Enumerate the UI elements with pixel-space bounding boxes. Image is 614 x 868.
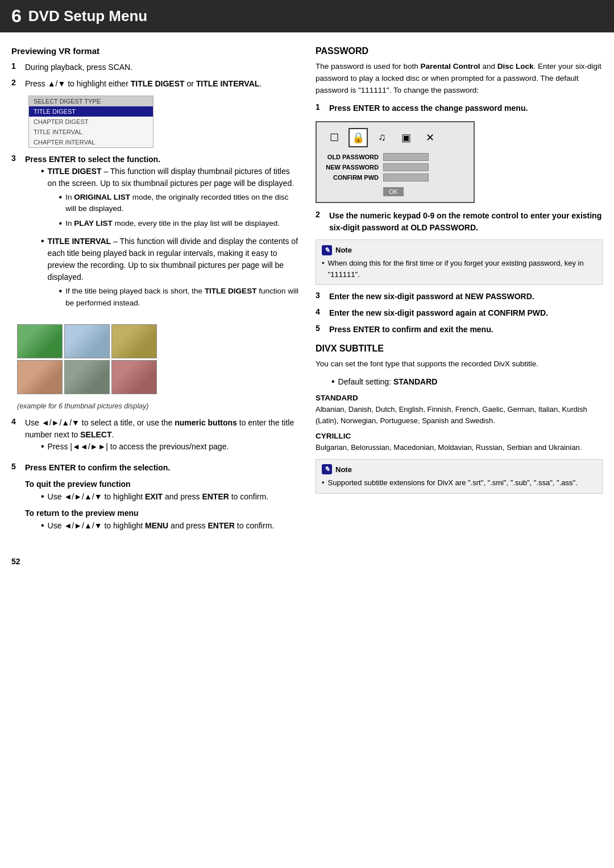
divx-note-header: ✎ Note — [322, 464, 596, 476]
thumbnail-caption: (example for 6 thumbnail pictures displa… — [17, 402, 298, 410]
bullet-icon-4: • — [41, 441, 44, 453]
pwd-note-header: ✎ Note — [322, 245, 596, 256]
chapter-header: 6 DVD Setup Menu — [0, 0, 614, 32]
confirm-pwd-label: CONFIRM PWD — [325, 174, 379, 181]
right-column: PASSWORD The password is used for both P… — [316, 46, 603, 541]
bullet-title-digest-text: TITLE DIGEST – This function will displa… — [48, 166, 298, 232]
divx-default: • Default setting: STANDARD — [331, 376, 603, 388]
new-password-box — [383, 163, 429, 171]
step-4: 4 Use ◄/►/▲/▼ to select a title, or use … — [11, 417, 298, 457]
pwd-icon-music: ♫ — [372, 128, 392, 147]
menu-item-chapter-digest: CHAPTER DIGEST — [29, 117, 153, 127]
step-5-num: 5 — [11, 462, 20, 536]
old-password-row: OLD PASSWORD — [325, 153, 466, 161]
pwd-step-1: 1 Press ENTER to access the change passw… — [316, 102, 603, 114]
step-2: 2 Press ▲/▼ to highlight either TITLE DI… — [11, 78, 298, 90]
step-3-num: 3 — [11, 154, 20, 316]
pwd-note-text: When doing this for the first time or if… — [328, 258, 596, 280]
bullet-title-interval: • TITLE INTERVAL – This function will di… — [41, 235, 298, 312]
step-5-content: Press ENTER to confirm the selection. To… — [25, 462, 274, 536]
step-1-num: 1 — [11, 61, 20, 73]
thumbnail-grid — [17, 324, 159, 394]
return-bullet-1-text: Use ◄/►/▲/▼ to highlight MENU and press … — [48, 520, 275, 532]
quit-bullet-1-text: Use ◄/►/▲/▼ to highlight EXIT and press … — [48, 491, 268, 503]
page-number: 52 — [0, 557, 614, 575]
step-1: 1 During playback, press SCAN. — [11, 61, 298, 73]
pwd-step-1-text: Press ENTER to access the change passwor… — [329, 102, 528, 114]
page-wrapper: 6 DVD Setup Menu Previewing VR format 1 … — [0, 0, 614, 868]
pwd-step-3: 3 Enter the new six-digit password at NE… — [316, 291, 603, 303]
step-4-text: Use ◄/►/▲/▼ to select a title, or use th… — [25, 418, 294, 439]
divx-note-title: Note — [335, 464, 352, 476]
sub-bullet-icon-2: • — [59, 218, 63, 230]
divx-body: You can set the font type that supports … — [316, 358, 603, 370]
pwd-step-3-num: 3 — [316, 291, 325, 303]
thumbnail-4 — [17, 360, 63, 394]
step-4-bullet-1-text: Press |◄◄/►►| to access the previous/nex… — [48, 441, 229, 453]
sub-bullet-icon: • — [59, 192, 63, 215]
pwd-step-5-num: 5 — [316, 324, 325, 336]
password-ui-box: ☐ 🔒 ♫ ▣ ✕ OLD PASSWORD NEW PASSWORD — [316, 121, 475, 203]
step-5-sub-sections: To quit the preview function • Use ◄/►/▲… — [25, 480, 274, 532]
bullet-icon-5: • — [41, 491, 44, 503]
pwd-ui-icons: ☐ 🔒 ♫ ▣ ✕ — [325, 128, 466, 147]
pwd-step-3-text: Enter the new six-digit password at NEW … — [329, 291, 534, 303]
chapter-title: DVD Setup Menu — [28, 7, 147, 25]
ok-button[interactable]: OK — [383, 187, 404, 196]
sub-bullet-short-title: • If the title being played back is shor… — [59, 286, 298, 309]
digest-menu-box: SELECT DIGEST TYPE TITLE DIGEST CHAPTER … — [28, 96, 154, 148]
divx-section: DIVX SUBTITLE You can set the font type … — [316, 344, 603, 493]
pwd-note-bullet: • When doing this for the first time or … — [322, 258, 596, 280]
standard-body: Albanian, Danish, Dutch, English, Finnis… — [316, 404, 603, 426]
divx-note-bullet-icon: • — [322, 477, 325, 489]
step-3-content: Press ENTER to select the function. • TI… — [25, 154, 298, 316]
sub-bullet-original-list-text: In ORIGINAL LIST mode, the originally re… — [65, 192, 298, 215]
pwd-step-2-text: Use the numeric keypad 0-9 on the remote… — [329, 210, 603, 234]
step-5: 5 Press ENTER to confirm the selection. … — [11, 462, 298, 536]
pwd-note-box: ✎ Note • When doing this for the first t… — [316, 239, 603, 286]
bullet-icon-6: • — [41, 520, 44, 532]
pwd-icon-lock: 🔒 — [349, 128, 368, 147]
divx-default-text: Default setting: STANDARD — [338, 376, 438, 388]
pwd-step-5: 5 Press ENTER to confirm and exit the me… — [316, 324, 603, 336]
sub-bullets-interval: • If the title being played back is shor… — [59, 286, 298, 309]
note-icon: ✎ — [322, 245, 332, 255]
confirm-pwd-row: CONFIRM PWD — [325, 173, 466, 181]
divx-note-box: ✎ Note • Supported subtitle extensions f… — [316, 459, 603, 494]
menu-header: SELECT DIGEST TYPE — [29, 96, 153, 106]
pwd-step-2: 2 Use the numeric keypad 0-9 on the remo… — [316, 210, 603, 234]
old-password-box — [383, 153, 429, 161]
divx-heading: DIVX SUBTITLE — [316, 344, 603, 354]
step-3: 3 Press ENTER to select the function. • … — [11, 154, 298, 316]
menu-item-title-interval: TITLE INTERVAL — [29, 127, 153, 137]
password-body: The password is used for both Parental C… — [316, 61, 603, 97]
confirm-pwd-box — [383, 173, 429, 181]
pwd-step-1-num: 1 — [316, 102, 325, 114]
password-heading: PASSWORD — [316, 46, 603, 56]
sub-bullets-digest: • In ORIGINAL LIST mode, the originally … — [59, 192, 298, 229]
sub-bullet-play-list: • In PLAY LIST mode, every title in the … — [59, 218, 298, 230]
step-4-bullet-1: • Press |◄◄/►►| to access the previous/n… — [41, 441, 298, 453]
left-column: Previewing VR format 1 During playback, … — [11, 46, 298, 541]
sub-bullet-original-list: • In ORIGINAL LIST mode, the originally … — [59, 192, 298, 215]
pwd-step-4-text: Enter the new six-digit password again a… — [329, 307, 548, 319]
quit-preview-bullets: • Use ◄/►/▲/▼ to highlight EXIT and pres… — [41, 491, 274, 503]
step-3-text: Press ENTER to select the function. — [25, 155, 160, 164]
step-1-text: During playback, press SCAN. — [25, 61, 132, 73]
step-2-num: 2 — [11, 78, 20, 90]
bullet-icon-2: • — [41, 235, 44, 312]
pwd-step-4-num: 4 — [316, 307, 325, 319]
step-4-bullets: • Press |◄◄/►►| to access the previous/n… — [41, 441, 298, 453]
pwd-note-title: Note — [335, 245, 352, 256]
divx-note-icon: ✎ — [322, 464, 332, 474]
menu-item-chapter-interval: CHAPTER INTERVAL — [29, 137, 153, 147]
divx-default-bullet: • Default setting: STANDARD — [331, 376, 603, 388]
menu-item-title-digest: TITLE DIGEST — [29, 106, 153, 117]
thumbnail-3 — [111, 324, 157, 358]
section-title-vr: Previewing VR format — [11, 46, 298, 56]
thumbnail-2 — [64, 324, 110, 358]
sub-bullet-icon-3: • — [59, 286, 63, 309]
pwd-step-2-num: 2 — [316, 210, 325, 234]
thumbnail-6 — [111, 360, 157, 394]
step-2-text: Press ▲/▼ to highlight either TITLE DIGE… — [25, 78, 262, 90]
